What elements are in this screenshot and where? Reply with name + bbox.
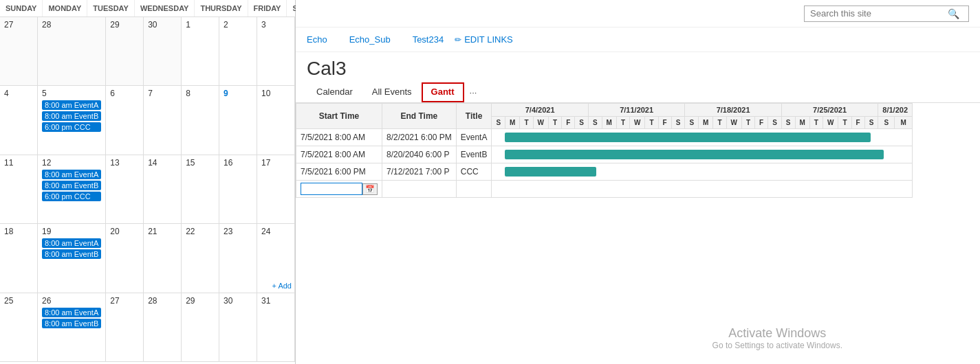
gantt-new-row[interactable]: 📅: [296, 181, 913, 198]
cal-cell-w3-d3[interactable]: 21: [144, 224, 182, 293]
cal-date: 25: [4, 296, 33, 306]
cal-cell-w1-d4[interactable]: 8: [182, 86, 219, 155]
header-tuesday: TUESDAY: [87, 0, 135, 16]
cal-cell-w2-d3[interactable]: 14: [144, 155, 182, 224]
cal-event[interactable]: 6:00 pm CCC: [42, 192, 101, 201]
cal-event[interactable]: 8:00 am EventB: [42, 111, 101, 121]
gantt-bar: [505, 133, 871, 142]
gantt-bar: [505, 150, 884, 159]
cal-cell-w4-d3[interactable]: 28: [144, 293, 182, 362]
gantt-day-22: M: [795, 117, 809, 129]
gantt-day-29: M: [895, 117, 913, 129]
cal-date: 23: [224, 227, 252, 236]
tab-all-events[interactable]: All Events: [362, 82, 422, 102]
cal-cell-w1-d6[interactable]: 10: [257, 86, 295, 155]
gantt-new-start-input[interactable]: [301, 183, 362, 195]
gantt-day-5: F: [562, 117, 575, 129]
tab-gantt[interactable]: Gantt: [422, 82, 464, 102]
gantt-date-group-2: 7/11/2021: [588, 104, 684, 117]
gantt-day-2: T: [520, 117, 533, 129]
cal-cell-w3-d5[interactable]: 23: [219, 224, 257, 293]
cal-event[interactable]: 8:00 am EventB: [42, 181, 101, 190]
cal-cell-w0-d5[interactable]: 2: [219, 17, 257, 86]
search-box[interactable]: 🔍: [804, 5, 969, 22]
cal-cell-w3-d1[interactable]: 198:00 am EventA8:00 am EventB: [38, 224, 106, 293]
breadcrumb-echo[interactable]: Echo: [307, 34, 327, 45]
gantt-day-0: S: [492, 117, 505, 129]
add-event-link[interactable]: + Add: [272, 282, 292, 290]
cal-date: 29: [110, 20, 139, 30]
cal-cell-w1-d2[interactable]: 6: [106, 86, 144, 155]
cal-cell-w4-d5[interactable]: 30: [219, 293, 257, 362]
cal-cell-w2-d1[interactable]: 128:00 am EventA8:00 am EventB6:00 pm CC…: [38, 155, 106, 224]
page-title: Cal3: [296, 52, 980, 82]
cal-event[interactable]: 8:00 am EventB: [42, 249, 101, 259]
cal-date: 18: [4, 227, 33, 236]
cal-date: 13: [110, 158, 139, 168]
cal-cell-w0-d3[interactable]: 30: [144, 17, 182, 86]
gantt-bar: [505, 167, 596, 177]
cal-date: 30: [224, 296, 252, 306]
breadcrumb-test234[interactable]: Test234: [413, 34, 444, 45]
cal-cell-w4-d4[interactable]: 29: [182, 293, 219, 362]
cal-cell-w2-d4[interactable]: 15: [182, 155, 219, 224]
cal-date: 28: [148, 296, 177, 306]
cal-cell-w3-d4[interactable]: 22: [182, 224, 219, 293]
cal-cell-w4-d6[interactable]: 31: [257, 293, 295, 362]
cal-event[interactable]: 8:00 am EventA: [42, 308, 101, 317]
cal-cell-w4-d1[interactable]: 268:00 am EventA8:00 am EventB: [38, 293, 106, 362]
cal-date: 7: [148, 89, 177, 98]
cal-date: 31: [261, 296, 290, 306]
cal-date: 11: [4, 158, 33, 168]
search-input[interactable]: [810, 8, 948, 19]
gantt-day-28: S: [878, 117, 895, 129]
calendar-picker-button[interactable]: 📅: [362, 183, 378, 195]
breadcrumb-echo-sub[interactable]: Echo_Sub: [349, 34, 391, 45]
edit-links[interactable]: ✏ EDIT LINKS: [455, 34, 513, 45]
breadcrumb: Echo Echo_Sub Test234 ✏ EDIT LINKS: [296, 27, 980, 52]
cal-date: 1: [186, 20, 215, 30]
cal-event[interactable]: 8:00 am EventB: [42, 319, 101, 328]
gantt-table: Start Time End Time Title 7/4/2021 7/11/…: [296, 103, 913, 198]
cal-event[interactable]: 8:00 am EventA: [42, 238, 101, 248]
cal-cell-w1-d5[interactable]: 9: [219, 86, 257, 155]
gantt-row: 7/5/2021 6:00 PM7/12/2021 7:00 PCCC: [296, 163, 913, 181]
cal-cell-w1-d3[interactable]: 7: [144, 86, 182, 155]
cal-cell-w4-d2[interactable]: 27: [106, 293, 144, 362]
gantt-new-title-cell: [456, 181, 492, 198]
cal-cell-w0-d1[interactable]: 28: [38, 17, 106, 86]
cal-event[interactable]: 8:00 am EventA: [42, 170, 101, 179]
search-icon: 🔍: [948, 8, 959, 19]
gantt-day-26: F: [851, 117, 864, 129]
cal-event[interactable]: 6:00 pm CCC: [42, 122, 101, 132]
cal-cell-w2-d2[interactable]: 13: [106, 155, 144, 224]
cal-cell-w1-d0[interactable]: 4: [0, 86, 38, 155]
tab-more[interactable]: ···: [464, 83, 483, 102]
cal-date: 22: [186, 227, 215, 236]
right-panel: 🔍 Echo Echo_Sub Test234 ✏ EDIT LINKS Cal…: [296, 0, 980, 364]
gantt-day-13: S: [671, 117, 685, 129]
cal-cell-w0-d0[interactable]: 27: [0, 17, 38, 86]
gantt-day-17: W: [726, 117, 741, 129]
gantt-body: 7/5/2021 8:00 AM8/2/2021 6:00 PMEventA7/…: [296, 129, 913, 198]
cal-cell-w2-d6[interactable]: 17: [257, 155, 295, 224]
header-thursday: THURSDAY: [195, 0, 248, 16]
gantt-date-group-4: 7/25/2021: [781, 104, 878, 117]
cal-cell-w2-d0[interactable]: 11: [0, 155, 38, 224]
cal-date: 20: [110, 227, 139, 236]
cal-cell-w0-d4[interactable]: 1: [182, 17, 219, 86]
gantt-day-18: T: [741, 117, 754, 129]
cal-cell-w3-d2[interactable]: 20: [106, 224, 144, 293]
gantt-new-start-cell[interactable]: 📅: [296, 181, 382, 198]
calendar-panel: SUNDAY MONDAY TUESDAY WEDNESDAY THURSDAY…: [0, 0, 296, 364]
cal-cell-w1-d1[interactable]: 58:00 am EventA8:00 am EventB6:00 pm CCC: [38, 86, 106, 155]
cal-cell-w0-d2[interactable]: 29: [106, 17, 144, 86]
tab-calendar[interactable]: Calendar: [307, 82, 362, 102]
cal-cell-w0-d6[interactable]: 3: [257, 17, 295, 86]
cal-cell-w3-d6[interactable]: 24+ Add: [257, 224, 295, 293]
cal-event[interactable]: 8:00 am EventA: [42, 100, 101, 110]
cal-cell-w3-d0[interactable]: 18: [0, 224, 38, 293]
cal-cell-w2-d5[interactable]: 16: [219, 155, 257, 224]
cal-cell-w4-d0[interactable]: 25: [0, 293, 38, 362]
cal-date: 2: [224, 20, 252, 30]
